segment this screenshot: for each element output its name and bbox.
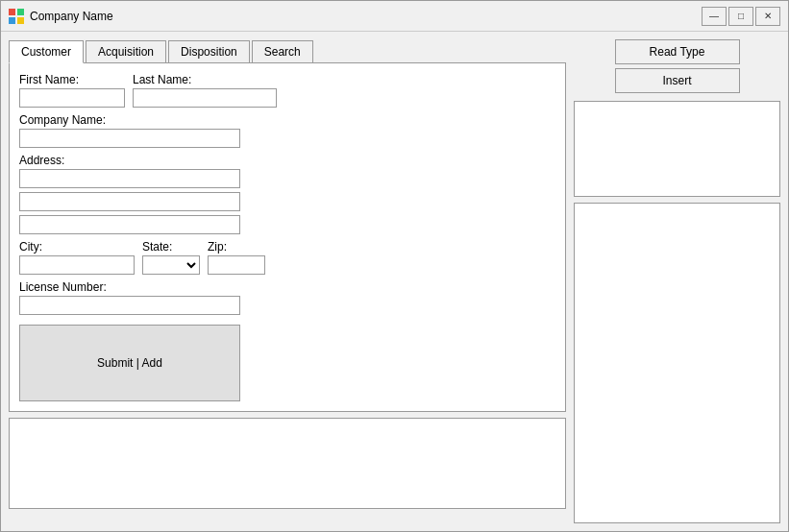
bottom-textarea[interactable] [9, 418, 566, 509]
last-name-label: Last Name: [133, 73, 277, 86]
right-panel: Read Type Insert [574, 39, 780, 523]
minimize-button[interactable]: — [702, 7, 727, 26]
submit-add-button[interactable]: Submit | Add [19, 325, 240, 401]
first-name-label: First Name: [19, 73, 125, 86]
address-line2-input[interactable] [19, 192, 240, 211]
address-line1-input[interactable] [19, 169, 240, 188]
window-title: Company Name [30, 10, 702, 23]
right-top-display-box [574, 101, 780, 197]
tab-container: Customer Acquisition Disposition Search … [9, 39, 566, 412]
last-name-group: Last Name: [133, 73, 277, 108]
state-group: State: [142, 240, 200, 275]
read-type-button[interactable]: Read Type [615, 39, 740, 64]
name-row: First Name: Last Name: [19, 73, 555, 108]
svg-rect-0 [9, 9, 15, 15]
city-input[interactable] [19, 255, 135, 275]
svg-rect-1 [17, 9, 24, 15]
first-name-input[interactable] [19, 88, 125, 108]
tab-search[interactable]: Search [252, 40, 313, 63]
tab-bar: Customer Acquisition Disposition Search [9, 39, 566, 62]
city-state-zip-row: City: State: Zip: [19, 240, 555, 275]
right-bottom-display-box [574, 203, 780, 523]
tab-customer[interactable]: Customer [9, 40, 84, 63]
zip-input[interactable] [208, 255, 265, 275]
insert-button[interactable]: Insert [615, 68, 740, 93]
last-name-input[interactable] [133, 88, 277, 108]
company-name-group: Company Name: [19, 113, 555, 148]
license-number-input[interactable] [19, 296, 240, 315]
app-icon [9, 9, 24, 24]
license-number-label: License Number: [19, 280, 555, 294]
maximize-button[interactable]: □ [728, 7, 753, 26]
address-group: Address: [19, 154, 555, 234]
tab-disposition[interactable]: Disposition [168, 40, 250, 63]
window-body: Customer Acquisition Disposition Search … [1, 32, 788, 531]
close-button[interactable]: ✕ [755, 7, 780, 26]
svg-rect-3 [17, 17, 24, 24]
license-number-group: License Number: [19, 280, 555, 315]
zip-group: Zip: [208, 240, 265, 275]
address-line3-input[interactable] [19, 215, 240, 234]
state-select[interactable] [142, 255, 200, 275]
title-bar: Company Name — □ ✕ [1, 1, 788, 32]
left-panel: Customer Acquisition Disposition Search … [9, 39, 566, 523]
right-buttons-group: Read Type Insert [574, 39, 780, 93]
city-label: City: [19, 240, 135, 254]
zip-label: Zip: [208, 240, 265, 254]
city-group: City: [19, 240, 135, 275]
svg-rect-2 [9, 17, 15, 24]
company-name-input[interactable] [19, 129, 240, 148]
address-label: Address: [19, 154, 555, 167]
first-name-group: First Name: [19, 73, 125, 108]
state-label: State: [142, 240, 200, 254]
customer-tab-content: First Name: Last Name: Company Name: [9, 62, 566, 412]
main-window: Company Name — □ ✕ Customer Acquisition … [0, 0, 789, 532]
window-controls: — □ ✕ [702, 7, 780, 26]
company-name-label: Company Name: [19, 113, 555, 127]
tab-acquisition[interactable]: Acquisition [86, 40, 166, 63]
